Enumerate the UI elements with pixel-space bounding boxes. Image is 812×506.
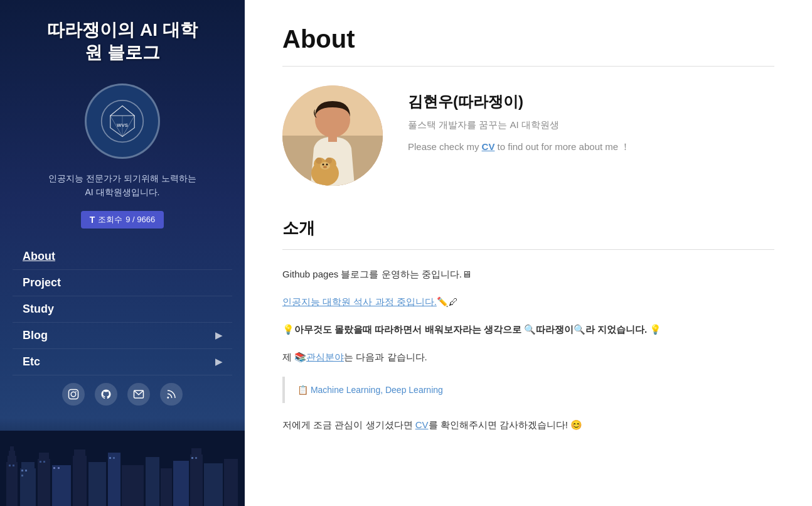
svg-rect-21 bbox=[39, 453, 49, 461]
svg-rect-41 bbox=[43, 461, 45, 463]
svg-rect-43 bbox=[113, 457, 115, 459]
profile-photo bbox=[282, 85, 383, 186]
nav-etc-label: Etc bbox=[23, 355, 40, 369]
ml-text: 📋 Machine Learning, Deep Learning bbox=[297, 385, 443, 395]
svg-rect-29 bbox=[161, 468, 172, 506]
svg-rect-25 bbox=[88, 462, 106, 506]
view-count: 9 / 9666 bbox=[126, 215, 155, 224]
svg-rect-19 bbox=[21, 462, 35, 471]
view-label: 조회수 bbox=[98, 214, 122, 225]
profile-cv-text: Please check my CV to find out for more … bbox=[408, 141, 774, 153]
svg-rect-20 bbox=[38, 459, 50, 506]
cv-text-suffix: to find out for more about me ！ bbox=[494, 141, 630, 152]
nav-study-label: Study bbox=[23, 303, 54, 316]
view-counter: T 조회수 9 / 9666 bbox=[81, 211, 164, 229]
diamond-icon: WVS bbox=[100, 99, 144, 143]
main-content: About bbox=[245, 0, 812, 506]
sidebar-title: 따라쟁이의 AI 대학 원 블로그 bbox=[47, 19, 198, 65]
section-title-intro: 소개 bbox=[282, 217, 774, 239]
svg-rect-14 bbox=[6, 462, 18, 506]
bottom-cv-link[interactable]: CV bbox=[415, 419, 429, 430]
etc-arrow-icon: ▶ bbox=[215, 357, 222, 367]
svg-rect-17 bbox=[10, 446, 14, 453]
profile-info: 김현우(따라쟁이) 풀스택 개발자를 꿈꾸는 AI 대학원생 Please ch… bbox=[408, 85, 774, 153]
section-divider bbox=[282, 249, 774, 250]
svg-rect-35 bbox=[9, 465, 11, 466]
profile-subtitle: 풀스택 개발자를 꿈꾸는 AI 대학원생 bbox=[408, 119, 774, 131]
svg-rect-47 bbox=[195, 457, 197, 459]
intro-line2: 인공지능 대학원 석사 과정 중입니다.✏️🖊 bbox=[282, 293, 774, 311]
tistory-icon: T bbox=[90, 215, 95, 225]
ml-block: 📋 Machine Learning, Deep Learning bbox=[282, 377, 774, 403]
interest-link[interactable]: 관심분야 bbox=[306, 352, 344, 362]
bottom-text: 저에게 조금 관심이 생기셨다면 CV를 확인해주시면 감사하겠습니다! 😊 bbox=[282, 416, 774, 434]
email-icon[interactable] bbox=[127, 383, 150, 406]
svg-point-12 bbox=[168, 397, 169, 399]
svg-rect-46 bbox=[191, 457, 193, 459]
svg-rect-18 bbox=[20, 468, 36, 506]
svg-rect-34 bbox=[224, 459, 238, 506]
svg-rect-33 bbox=[204, 463, 223, 506]
svg-rect-51 bbox=[328, 134, 337, 142]
svg-point-55 bbox=[316, 158, 322, 164]
svg-rect-36 bbox=[13, 465, 14, 466]
svg-rect-39 bbox=[21, 475, 23, 476]
intro-line3: 💡아무것도 몰랐을때 따라하면서 배워보자라는 생각으로 🔍따라쟁이🔍라 지었습… bbox=[282, 320, 774, 339]
sidebar: 따라쟁이의 AI 대학 원 블로그 WVS 인공지능 전문가가 되기위해 노력하… bbox=[0, 0, 245, 506]
title-divider bbox=[282, 66, 774, 67]
city-silhouette-icon bbox=[0, 431, 245, 506]
svg-rect-40 bbox=[40, 461, 41, 463]
svg-rect-22 bbox=[52, 465, 71, 506]
svg-rect-24 bbox=[74, 449, 85, 458]
sidebar-item-etc[interactable]: Etc ▶ bbox=[13, 349, 232, 375]
profile-name: 김현우(따라쟁이) bbox=[408, 92, 774, 112]
intro-line3-text: 💡아무것도 몰랐을때 따라하면서 배워보자라는 생각으로 🔍따라쟁이🔍라 지었습… bbox=[282, 324, 661, 335]
svg-rect-44 bbox=[53, 467, 55, 469]
svg-point-9 bbox=[71, 392, 76, 397]
svg-point-60 bbox=[323, 166, 327, 168]
svg-rect-30 bbox=[173, 461, 189, 506]
cv-text-prefix: Please check my bbox=[408, 141, 482, 152]
svg-point-10 bbox=[75, 391, 77, 392]
nav-about-label: About bbox=[23, 250, 55, 263]
nav-project-label: Project bbox=[23, 276, 61, 289]
svg-rect-38 bbox=[25, 470, 27, 471]
intro-line1: Github pages 블로그를 운영하는 중입니다.🖥 bbox=[282, 265, 774, 284]
sidebar-item-project[interactable]: Project bbox=[13, 270, 232, 296]
svg-rect-32 bbox=[191, 448, 201, 457]
avatar: WVS bbox=[85, 83, 160, 159]
rss-icon[interactable] bbox=[160, 383, 183, 406]
svg-rect-26 bbox=[108, 453, 120, 506]
profile-section: 김현우(따라쟁이) 풀스택 개발자를 꿈꾸는 AI 대학원생 Please ch… bbox=[282, 85, 774, 186]
svg-rect-23 bbox=[73, 456, 87, 506]
intro-line1-text: Github pages 블로그를 운영하는 중입니다.🖥 bbox=[282, 269, 471, 279]
page-title: About bbox=[282, 25, 774, 53]
interest-line: 제 📚관심분야는 다음과 같습니다. bbox=[282, 348, 774, 367]
svg-rect-8 bbox=[69, 390, 78, 399]
svg-text:WVS: WVS bbox=[117, 122, 128, 128]
svg-rect-27 bbox=[122, 465, 144, 506]
sidebar-nav: About Project Study Blog ▶ Etc ▶ bbox=[13, 244, 232, 375]
svg-rect-45 bbox=[58, 467, 60, 469]
sidebar-item-about[interactable]: About bbox=[13, 244, 232, 270]
svg-point-59 bbox=[326, 164, 328, 166]
svg-point-58 bbox=[323, 164, 324, 166]
instagram-icon[interactable] bbox=[62, 383, 85, 406]
nav-blog-label: Blog bbox=[23, 329, 48, 342]
svg-marker-2 bbox=[110, 105, 135, 116]
blog-arrow-icon: ▶ bbox=[215, 330, 222, 340]
svg-rect-37 bbox=[21, 470, 23, 471]
svg-rect-42 bbox=[109, 457, 111, 459]
intro-line2-emoji: ✏️🖊 bbox=[437, 296, 458, 307]
svg-rect-28 bbox=[146, 457, 159, 506]
github-icon[interactable] bbox=[95, 383, 117, 406]
social-links bbox=[62, 383, 183, 418]
sidebar-item-study[interactable]: Study bbox=[13, 296, 232, 323]
cv-link[interactable]: CV bbox=[482, 141, 495, 152]
svg-rect-31 bbox=[190, 455, 203, 506]
city-background bbox=[0, 418, 245, 506]
sidebar-item-blog[interactable]: Blog ▶ bbox=[13, 323, 232, 349]
intro-line2-highlight: 인공지능 대학원 석사 과정 중입니다. bbox=[282, 296, 437, 307]
sidebar-description: 인공지능 전문가가 되기위해 노력하는AI 대학원생입니다. bbox=[48, 171, 196, 200]
